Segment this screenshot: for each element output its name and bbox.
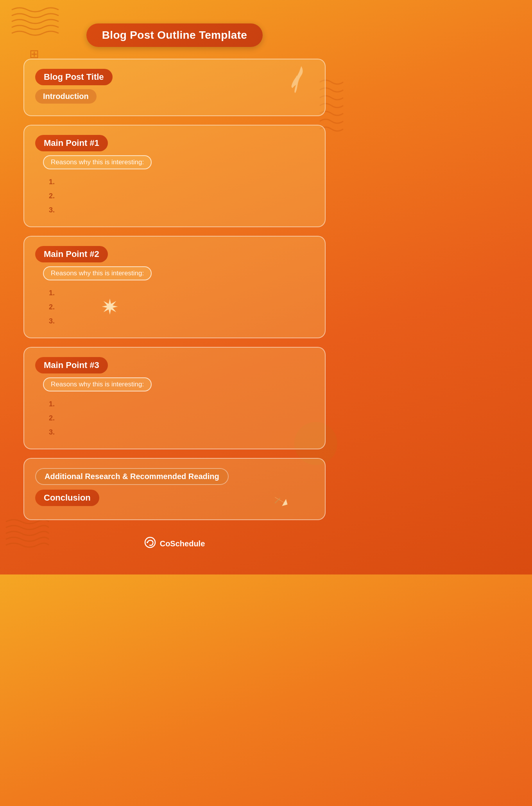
- additional-research-label: Additional Research & Recommended Readin…: [35, 468, 229, 485]
- deco-waves-bottom-left: [4, 516, 51, 555]
- list-item: [57, 425, 314, 439]
- main-point-3-heading: Main Point #3: [35, 357, 108, 373]
- svg-point-1: [145, 537, 155, 548]
- deco-feather-icon: [283, 64, 310, 96]
- main-point-2-heading: Main Point #2: [35, 246, 108, 262]
- additional-conclusion-card: Additional Research & Recommended Readin…: [23, 458, 326, 520]
- deco-star-icon: [102, 298, 118, 314]
- main-point-1-list: [57, 175, 314, 217]
- main-point-1-sub-label: Reasons why this is interesting:: [43, 155, 152, 169]
- coschedule-logo-icon: [144, 537, 156, 551]
- list-item: [57, 203, 314, 217]
- main-point-3-list: [57, 397, 314, 439]
- page-title-container: Blog Post Outline Template: [86, 23, 263, 47]
- main-point-1-heading: Main Point #1: [35, 135, 108, 151]
- main-point-3-sub-label: Reasons why this is interesting:: [43, 377, 152, 391]
- list-item: [57, 397, 314, 411]
- main-point-2-card: Main Point #2 Reasons why this is intere…: [23, 236, 326, 338]
- introduction-label: Introduction: [35, 89, 97, 104]
- list-item: [57, 314, 314, 328]
- list-item: [57, 189, 314, 203]
- logo-svg: [144, 537, 156, 548]
- list-item: [57, 300, 314, 314]
- conclusion-label: Conclusion: [35, 490, 99, 506]
- page-title: Blog Post Outline Template: [86, 23, 263, 47]
- main-point-1-card: Main Point #1 Reasons why this is intere…: [23, 125, 326, 227]
- svg-point-2: [147, 542, 148, 543]
- main-point-3-card: Main Point #3 Reasons why this is intere…: [23, 347, 326, 449]
- list-item: [57, 411, 314, 425]
- deco-waves-top-left: [8, 4, 63, 43]
- branding-container: CoSchedule: [144, 537, 205, 551]
- branding-name: CoSchedule: [160, 539, 205, 548]
- main-point-2-sub-label: Reasons why this is interesting:: [43, 266, 152, 280]
- blog-post-title-label: Blog Post Title: [35, 69, 113, 85]
- deco-arrow-icon: [272, 492, 290, 510]
- main-point-2-list: [57, 286, 314, 328]
- list-item: [57, 175, 314, 189]
- title-intro-card: Blog Post Title Introduction: [23, 59, 326, 116]
- list-item: [57, 286, 314, 300]
